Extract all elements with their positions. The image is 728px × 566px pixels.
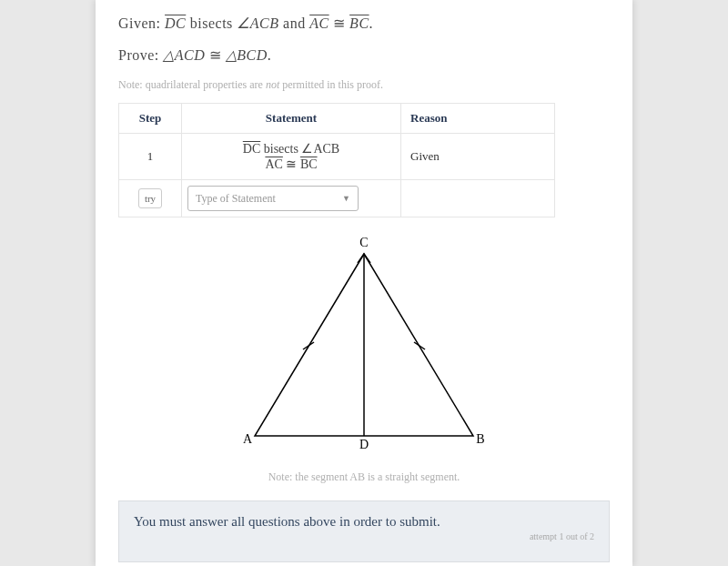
- type-cell: Type of Statement ▼: [182, 180, 401, 217]
- label-b: B: [476, 432, 484, 446]
- statement-cell: DC bisects ∠ACB AC ≅ BC: [182, 134, 401, 180]
- fig-note-c: is a straight segment.: [365, 470, 460, 483]
- try-button[interactable]: try: [138, 188, 162, 208]
- prove-line: Prove: △ACD ≅ △BCD.: [118, 46, 610, 64]
- attempt-text: attempt 1 out of 2: [134, 531, 594, 541]
- table-row: try Type of Statement ▼: [119, 180, 555, 217]
- page: Given: DC bisects ∠ACB and AC ≅ BC. Prov…: [0, 0, 728, 566]
- try-cell: try: [119, 180, 182, 217]
- submit-box: You must answer all questions above in o…: [118, 500, 610, 562]
- proof-table: Step Statement Reason 1 DC bisects ∠ACB …: [118, 103, 555, 217]
- step-cell: 1: [119, 134, 182, 180]
- reason-cell: Given: [401, 134, 555, 180]
- note-c: permitted in this proof.: [279, 78, 383, 91]
- svg-line-2: [303, 342, 314, 349]
- figure: C A B D Note: the segment AB is a straig…: [118, 236, 610, 484]
- fig-note-b: AB: [349, 470, 365, 483]
- stmt-line2: AC ≅ BC: [191, 157, 391, 172]
- type-placeholder: Type of Statement: [196, 192, 276, 206]
- label-d: D: [359, 438, 369, 451]
- stmt-line1: DC bisects ∠ACB: [191, 141, 391, 157]
- prove-prefix: Prove:: [118, 47, 163, 63]
- type-of-statement-select[interactable]: Type of Statement ▼: [187, 186, 359, 211]
- figure-note: Note: the segment AB is a straight segme…: [118, 470, 610, 484]
- reason-empty: [401, 180, 555, 217]
- note-a: Note: quadrilateral properties are: [118, 78, 266, 91]
- table-row: 1 DC bisects ∠ACB AC ≅ BC Given: [119, 134, 555, 180]
- fig-note-a: Note: the segment: [268, 470, 350, 483]
- chevron-down-icon: ▼: [342, 194, 350, 203]
- col-step: Step: [119, 104, 182, 134]
- table-header-row: Step Statement Reason: [119, 104, 555, 134]
- given-prefix: Given:: [118, 15, 165, 31]
- note-b: not: [266, 78, 279, 91]
- label-c: C: [359, 236, 368, 249]
- col-reason: Reason: [401, 104, 555, 134]
- col-statement: Statement: [182, 104, 401, 134]
- content-card: Given: DC bisects ∠ACB and AC ≅ BC. Prov…: [96, 0, 632, 566]
- given-line: Given: DC bisects ∠ACB and AC ≅ BC.: [118, 15, 610, 32]
- submit-message: You must answer all questions above in o…: [134, 514, 440, 529]
- triangle-svg: C A B D: [228, 236, 500, 463]
- top-note: Note: quadrilateral properties are not p…: [118, 78, 610, 92]
- label-a: A: [243, 432, 253, 446]
- svg-line-3: [414, 342, 425, 349]
